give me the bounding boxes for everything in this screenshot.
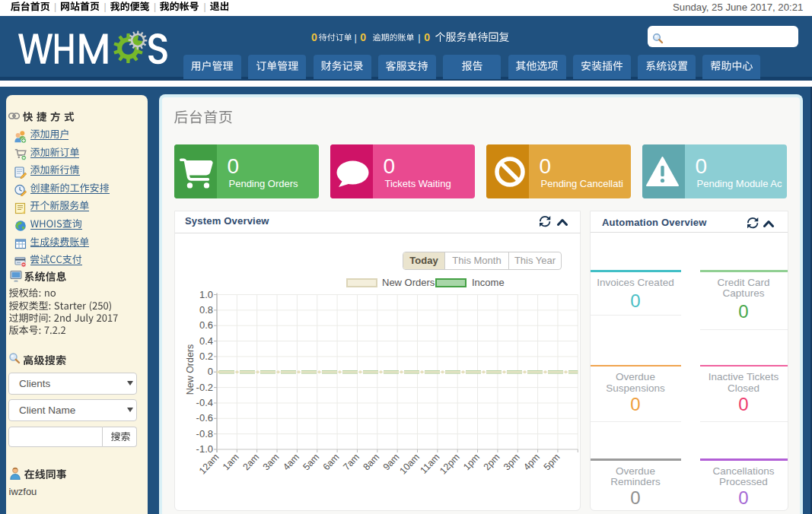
svg-text:4pm: 4pm [521, 452, 542, 472]
svg-text:0: 0 [208, 366, 213, 377]
svg-text:3am: 3am [261, 452, 282, 472]
svg-text:8am: 8am [361, 452, 382, 472]
svg-text:New Orders: New Orders [185, 344, 196, 395]
svg-text:2am: 2am [240, 452, 261, 472]
svg-text:4am: 4am [281, 452, 301, 472]
svg-text:0.4: 0.4 [199, 335, 213, 347]
svg-text:1.0: 1.0 [199, 289, 213, 300]
svg-text:2pm: 2pm [482, 452, 502, 472]
svg-text:5am: 5am [301, 452, 322, 472]
svg-text:12am: 12am [197, 452, 221, 476]
svg-text:0.2: 0.2 [199, 351, 213, 362]
svg-text:-0.4: -0.4 [196, 397, 213, 408]
svg-text:-0.6: -0.6 [196, 412, 213, 424]
svg-text:3pm: 3pm [502, 452, 522, 472]
svg-text:1am: 1am [221, 452, 241, 472]
svg-text:6am: 6am [321, 452, 342, 472]
svg-text:5pm: 5pm [542, 452, 562, 472]
svg-text:7am: 7am [341, 452, 361, 472]
svg-text:11am: 11am [419, 452, 442, 476]
svg-text:-0.8: -0.8 [196, 428, 213, 439]
svg-text:-1.0: -1.0 [196, 443, 213, 455]
svg-text:12pm: 12pm [438, 452, 462, 476]
svg-text:0.6: 0.6 [199, 319, 213, 331]
svg-text:10am: 10am [397, 452, 422, 476]
svg-text:0.8: 0.8 [199, 304, 213, 316]
svg-text:-0.2: -0.2 [196, 382, 213, 393]
svg-text:1pm: 1pm [461, 452, 482, 472]
